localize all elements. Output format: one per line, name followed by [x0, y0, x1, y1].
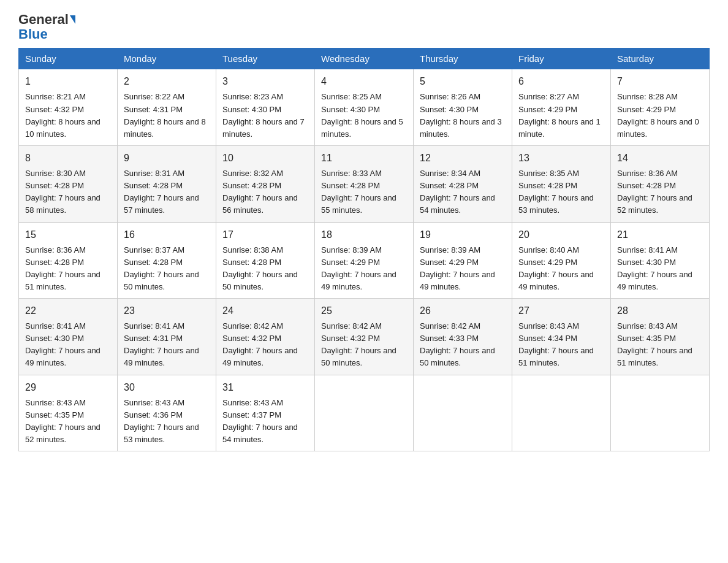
day-number: 17 — [222, 228, 308, 242]
calendar-cell: 9 Sunrise: 8:31 AMSunset: 4:28 PMDayligh… — [118, 145, 216, 222]
day-info: Sunrise: 8:36 AMSunset: 4:28 PMDaylight:… — [25, 245, 100, 291]
logo-text-general: General — [18, 12, 69, 27]
page-header: General Blue — [18, 12, 710, 42]
day-info: Sunrise: 8:41 AMSunset: 4:30 PMDaylight:… — [25, 321, 100, 367]
day-number: 4 — [321, 74, 407, 89]
day-info: Sunrise: 8:39 AMSunset: 4:29 PMDaylight:… — [420, 245, 495, 291]
calendar-cell — [414, 375, 512, 451]
day-info: Sunrise: 8:42 AMSunset: 4:33 PMDaylight:… — [420, 321, 495, 367]
day-number: 27 — [518, 304, 604, 318]
day-number: 14 — [617, 151, 703, 166]
day-number: 23 — [124, 304, 210, 318]
calendar-cell: 6 Sunrise: 8:27 AMSunset: 4:29 PMDayligh… — [512, 69, 611, 146]
calendar-cell: 21 Sunrise: 8:41 AMSunset: 4:30 PMDaylig… — [611, 222, 710, 299]
day-number: 12 — [420, 151, 506, 166]
day-number: 21 — [617, 228, 703, 242]
day-number: 10 — [222, 151, 308, 166]
calendar-cell: 13 Sunrise: 8:35 AMSunset: 4:28 PMDaylig… — [512, 145, 611, 222]
weekday-header-saturday: Saturday — [611, 48, 710, 69]
day-info: Sunrise: 8:41 AMSunset: 4:30 PMDaylight:… — [617, 245, 692, 291]
calendar-cell: 1 Sunrise: 8:21 AMSunset: 4:32 PMDayligh… — [19, 69, 118, 146]
day-info: Sunrise: 8:30 AMSunset: 4:28 PMDaylight:… — [25, 169, 100, 215]
weekday-header-friday: Friday — [512, 48, 611, 69]
calendar-cell: 14 Sunrise: 8:36 AMSunset: 4:28 PMDaylig… — [611, 145, 710, 222]
day-info: Sunrise: 8:25 AMSunset: 4:30 PMDaylight:… — [321, 92, 403, 138]
day-info: Sunrise: 8:35 AMSunset: 4:28 PMDaylight:… — [518, 169, 594, 215]
calendar-week-5: 29 Sunrise: 8:43 AMSunset: 4:35 PMDaylig… — [19, 375, 710, 451]
weekday-header-tuesday: Tuesday — [216, 48, 315, 69]
day-info: Sunrise: 8:26 AMSunset: 4:30 PMDaylight:… — [420, 92, 502, 138]
day-number: 16 — [124, 228, 210, 242]
day-info: Sunrise: 8:43 AMSunset: 4:34 PMDaylight:… — [518, 321, 594, 367]
calendar-cell: 16 Sunrise: 8:37 AMSunset: 4:28 PMDaylig… — [118, 222, 216, 299]
day-number: 18 — [321, 228, 407, 242]
calendar-cell — [611, 375, 710, 451]
day-info: Sunrise: 8:43 AMSunset: 4:36 PMDaylight:… — [124, 398, 199, 444]
day-info: Sunrise: 8:27 AMSunset: 4:29 PMDaylight:… — [518, 92, 601, 138]
calendar-week-3: 15 Sunrise: 8:36 AMSunset: 4:28 PMDaylig… — [19, 222, 710, 299]
day-number: 28 — [617, 304, 703, 318]
day-info: Sunrise: 8:38 AMSunset: 4:28 PMDaylight:… — [222, 245, 298, 291]
calendar-cell: 26 Sunrise: 8:42 AMSunset: 4:33 PMDaylig… — [414, 299, 512, 375]
calendar-cell: 22 Sunrise: 8:41 AMSunset: 4:30 PMDaylig… — [19, 299, 118, 375]
day-number: 24 — [222, 304, 308, 318]
weekday-header-wednesday: Wednesday — [315, 48, 414, 69]
day-number: 3 — [222, 74, 308, 89]
day-number: 29 — [25, 380, 111, 395]
calendar-cell: 31 Sunrise: 8:43 AMSunset: 4:37 PMDaylig… — [216, 375, 315, 451]
calendar-cell: 24 Sunrise: 8:42 AMSunset: 4:32 PMDaylig… — [216, 299, 315, 375]
calendar-cell: 15 Sunrise: 8:36 AMSunset: 4:28 PMDaylig… — [19, 222, 118, 299]
day-number: 5 — [420, 74, 506, 89]
day-info: Sunrise: 8:33 AMSunset: 4:28 PMDaylight:… — [321, 169, 396, 215]
weekday-header-monday: Monday — [118, 48, 216, 69]
weekday-header-row: SundayMondayTuesdayWednesdayThursdayFrid… — [19, 48, 710, 69]
day-info: Sunrise: 8:43 AMSunset: 4:35 PMDaylight:… — [25, 398, 100, 444]
weekday-header-sunday: Sunday — [19, 48, 118, 69]
day-info: Sunrise: 8:42 AMSunset: 4:32 PMDaylight:… — [321, 321, 396, 367]
logo-text-blue: Blue — [18, 27, 48, 42]
day-info: Sunrise: 8:40 AMSunset: 4:29 PMDaylight:… — [518, 245, 594, 291]
day-info: Sunrise: 8:43 AMSunset: 4:35 PMDaylight:… — [617, 321, 692, 367]
calendar-cell — [512, 375, 611, 451]
calendar-week-4: 22 Sunrise: 8:41 AMSunset: 4:30 PMDaylig… — [19, 299, 710, 375]
calendar-cell: 25 Sunrise: 8:42 AMSunset: 4:32 PMDaylig… — [315, 299, 414, 375]
logo-triangle-icon — [70, 15, 75, 24]
day-info: Sunrise: 8:32 AMSunset: 4:28 PMDaylight:… — [222, 169, 298, 215]
calendar-cell: 10 Sunrise: 8:32 AMSunset: 4:28 PMDaylig… — [216, 145, 315, 222]
day-number: 25 — [321, 304, 407, 318]
day-info: Sunrise: 8:23 AMSunset: 4:30 PMDaylight:… — [222, 92, 305, 138]
calendar-cell: 19 Sunrise: 8:39 AMSunset: 4:29 PMDaylig… — [414, 222, 512, 299]
day-number: 8 — [25, 151, 111, 166]
day-info: Sunrise: 8:28 AMSunset: 4:29 PMDaylight:… — [617, 92, 699, 138]
day-info: Sunrise: 8:22 AMSunset: 4:31 PMDaylight:… — [124, 92, 206, 138]
calendar-cell: 17 Sunrise: 8:38 AMSunset: 4:28 PMDaylig… — [216, 222, 315, 299]
calendar-cell — [315, 375, 414, 451]
day-info: Sunrise: 8:39 AMSunset: 4:29 PMDaylight:… — [321, 245, 396, 291]
day-number: 30 — [124, 380, 210, 395]
calendar-cell: 23 Sunrise: 8:41 AMSunset: 4:31 PMDaylig… — [118, 299, 216, 375]
day-info: Sunrise: 8:21 AMSunset: 4:32 PMDaylight:… — [25, 92, 100, 138]
day-number: 20 — [518, 228, 604, 242]
calendar-cell: 18 Sunrise: 8:39 AMSunset: 4:29 PMDaylig… — [315, 222, 414, 299]
day-number: 13 — [518, 151, 604, 166]
day-info: Sunrise: 8:41 AMSunset: 4:31 PMDaylight:… — [124, 321, 199, 367]
day-number: 11 — [321, 151, 407, 166]
calendar-body: 1 Sunrise: 8:21 AMSunset: 4:32 PMDayligh… — [19, 69, 710, 451]
day-info: Sunrise: 8:34 AMSunset: 4:28 PMDaylight:… — [420, 169, 495, 215]
logo: General Blue — [18, 12, 75, 42]
day-info: Sunrise: 8:43 AMSunset: 4:37 PMDaylight:… — [222, 398, 298, 444]
day-number: 1 — [25, 74, 111, 89]
day-number: 22 — [25, 304, 111, 318]
calendar-table: SundayMondayTuesdayWednesdayThursdayFrid… — [18, 48, 710, 451]
day-number: 26 — [420, 304, 506, 318]
calendar-cell: 5 Sunrise: 8:26 AMSunset: 4:30 PMDayligh… — [414, 69, 512, 146]
calendar-cell: 20 Sunrise: 8:40 AMSunset: 4:29 PMDaylig… — [512, 222, 611, 299]
day-number: 2 — [124, 74, 210, 89]
calendar-cell: 11 Sunrise: 8:33 AMSunset: 4:28 PMDaylig… — [315, 145, 414, 222]
calendar-week-1: 1 Sunrise: 8:21 AMSunset: 4:32 PMDayligh… — [19, 69, 710, 146]
day-info: Sunrise: 8:31 AMSunset: 4:28 PMDaylight:… — [124, 169, 199, 215]
calendar-cell: 28 Sunrise: 8:43 AMSunset: 4:35 PMDaylig… — [611, 299, 710, 375]
weekday-header-thursday: Thursday — [414, 48, 512, 69]
day-info: Sunrise: 8:36 AMSunset: 4:28 PMDaylight:… — [617, 169, 692, 215]
calendar-cell: 30 Sunrise: 8:43 AMSunset: 4:36 PMDaylig… — [118, 375, 216, 451]
